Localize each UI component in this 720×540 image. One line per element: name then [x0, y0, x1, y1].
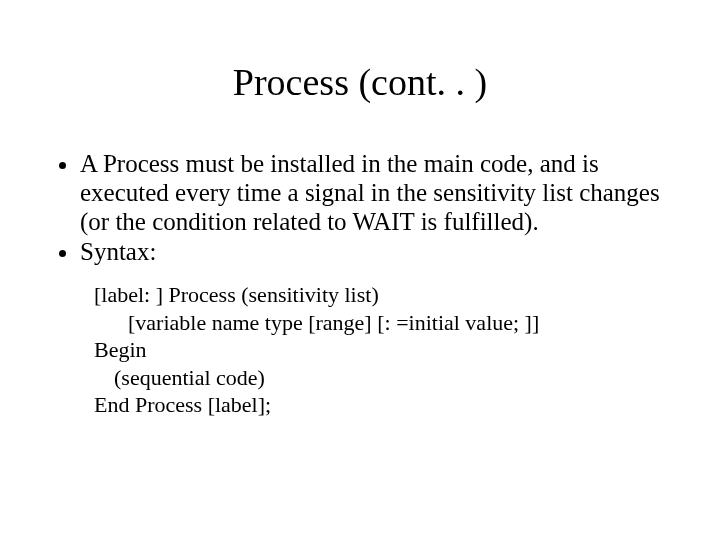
slide-body: A Process must be installed in the main …	[52, 150, 676, 419]
bullet-list: A Process must be installed in the main …	[52, 150, 676, 267]
syntax-block: [label: ] Process (sensitivity list) [va…	[94, 281, 676, 419]
syntax-line: (sequential code)	[94, 364, 676, 392]
syntax-line: [label: ] Process (sensitivity list)	[94, 281, 676, 309]
syntax-line: Begin	[94, 336, 676, 364]
syntax-line: [variable name type [range] [: =initial …	[94, 309, 676, 337]
syntax-line: End Process [label];	[94, 391, 676, 419]
bullet-item: A Process must be installed in the main …	[80, 150, 676, 236]
slide-title: Process (cont. . )	[0, 60, 720, 104]
bullet-item: Syntax:	[80, 238, 676, 267]
slide: Process (cont. . ) A Process must be ins…	[0, 60, 720, 540]
